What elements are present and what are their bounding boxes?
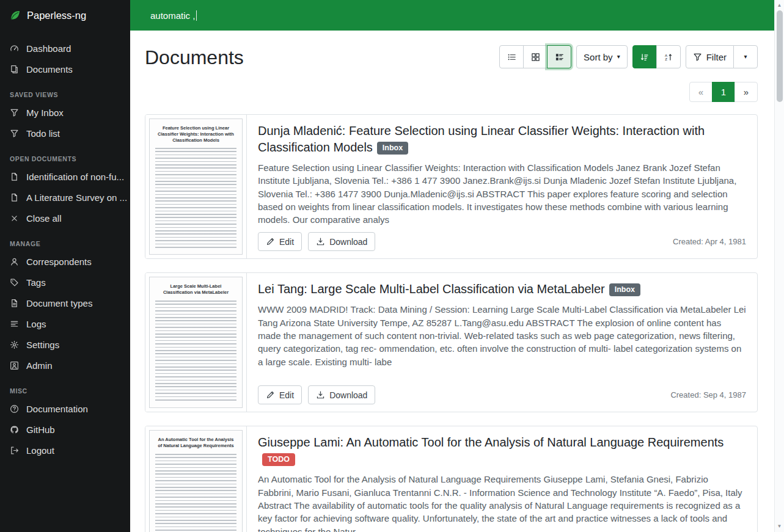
thumbnail-text-lines	[155, 301, 236, 402]
sidebar-item-admin[interactable]: Admin	[0, 355, 130, 376]
view-toggle-group	[499, 45, 571, 68]
sidebar-section-title-saved-views: SAVED VIEWS	[0, 79, 130, 102]
download-button[interactable]: Download	[308, 232, 375, 251]
chevron-down-icon: ▾	[617, 54, 620, 60]
document-card-body: Dunja Mladenić: Feature Selection using …	[247, 115, 757, 258]
tag-badge[interactable]: Inbox	[609, 283, 640, 296]
sidebar-item-logs[interactable]: Logs	[0, 313, 130, 334]
document-card: Large Scale Multi-Label Classification v…	[145, 272, 758, 412]
speedometer-icon	[10, 44, 20, 53]
sidebar-nav: DashboardDocumentsSAVED VIEWSMy InboxTod…	[0, 31, 130, 468]
admin-icon	[10, 361, 20, 370]
sidebar-item-github[interactable]: GitHub	[0, 419, 130, 440]
main-column: automatic , Documents	[130, 0, 784, 532]
sidebar-item-label: GitHub	[26, 425, 55, 435]
thumbnail-text-lines	[155, 454, 236, 532]
sidebar-item-a-literature-survey-on[interactable]: A Literature Survey on ...	[0, 187, 130, 208]
close-icon	[10, 214, 20, 223]
sidebar-item-label: Settings	[26, 340, 59, 350]
scroll-down-icon[interactable]: ▼	[777, 523, 782, 532]
documents-toolbar: Sort by ▾ AZ Filter	[499, 45, 758, 68]
scroll-up-icon[interactable]: ▲	[777, 0, 782, 9]
thumbnail-title: An Automatic Tool for the Analysis of Na…	[155, 437, 236, 449]
documents-icon	[10, 65, 20, 74]
document-title: Lei Tang: Large Scale Multi-Label Classi…	[258, 281, 746, 297]
sort-descending-button[interactable]	[632, 45, 657, 68]
created-date: Created: Sep 4, 1987	[670, 390, 746, 399]
pagination-prev[interactable]: «	[689, 82, 713, 102]
pencil-icon	[266, 237, 275, 246]
thumbnail-title: Large Scale Multi-Label Classification v…	[155, 283, 236, 296]
sidebar-section-title-manage: MANAGE	[0, 228, 130, 251]
filter-button[interactable]: Filter	[686, 45, 734, 68]
details-view-icon	[555, 53, 564, 62]
pagination-next[interactable]: »	[735, 82, 758, 102]
view-list-button[interactable]	[499, 45, 524, 68]
sidebar-item-identification-of-non-fu[interactable]: Identification of non-fu...	[0, 166, 130, 187]
tag-badge[interactable]: TODO	[262, 453, 295, 466]
thumbnail-preview: Feature Selection using Linear Classifie…	[149, 118, 243, 255]
doctype-icon	[10, 299, 20, 308]
document-card-footer: Edit Download Created: Sep 4, 1987	[258, 379, 746, 404]
sidebar-item-tags[interactable]: Tags	[0, 272, 130, 293]
page-header: Documents Sort by	[145, 43, 758, 72]
edit-label: Edit	[279, 390, 294, 400]
document-title-link[interactable]: Giuseppe Lami: An Automatic Tool for the…	[258, 435, 724, 449]
sidebar-item-label: My Inbox	[26, 107, 64, 118]
sidebar-item-close-all[interactable]: Close all	[0, 208, 130, 228]
document-thumbnail[interactable]: An Automatic Tool for the Analysis of Na…	[145, 426, 247, 532]
sidebar-section-title-misc: MISC	[0, 376, 130, 398]
funnel-icon	[693, 53, 702, 62]
sidebar-item-todo-list[interactable]: Todo list	[0, 123, 130, 144]
sidebar: Paperless-ng DashboardDocumentsSAVED VIE…	[0, 0, 130, 532]
sidebar-item-label: Documentation	[26, 404, 88, 414]
sidebar-item-dashboard[interactable]: Dashboard	[0, 38, 130, 59]
edit-button[interactable]: Edit	[258, 385, 302, 404]
search-input[interactable]: automatic ,	[150, 10, 772, 21]
sidebar-item-documents[interactable]: Documents	[0, 59, 130, 79]
sidebar-item-my-inbox[interactable]: My Inbox	[0, 102, 130, 123]
top-navbar: automatic ,	[130, 0, 784, 31]
scrollbar[interactable]: ▲ ▼	[774, 0, 784, 532]
document-thumbnail[interactable]: Feature Selection using Linear Classifie…	[145, 115, 247, 258]
sort-alpha-button[interactable]: AZ	[656, 45, 681, 68]
filter-group: Filter ▾	[686, 45, 758, 68]
sidebar-section-title-open-documents: OPEN DOCUMENTS	[0, 144, 130, 166]
filter-label: Filter	[706, 52, 727, 62]
sidebar-item-label: Tags	[26, 277, 46, 288]
sidebar-item-label: Correspondents	[26, 257, 92, 267]
document-title-link[interactable]: Dunja Mladenić: Feature Selection using …	[258, 124, 705, 154]
download-button[interactable]: Download	[308, 385, 375, 404]
sidebar-item-correspondents[interactable]: Correspondents	[0, 251, 130, 272]
thumbnail-preview: An Automatic Tool for the Analysis of Na…	[149, 430, 243, 532]
sidebar-item-logout[interactable]: Logout	[0, 440, 130, 461]
sidebar-item-label: Admin	[26, 360, 53, 371]
gear-icon	[10, 340, 20, 349]
scrollbar-thumb[interactable]	[777, 10, 783, 102]
download-label: Download	[329, 237, 367, 247]
sidebar-item-label: Logout	[26, 445, 54, 456]
thumbnail-title: Feature Selection using Linear Classifie…	[155, 125, 236, 143]
funnel-icon	[10, 129, 20, 138]
sidebar-item-document-types[interactable]: Document types	[0, 293, 130, 313]
edit-button[interactable]: Edit	[258, 232, 302, 251]
sort-by-dropdown[interactable]: Sort by ▾	[576, 45, 628, 68]
document-title-link[interactable]: Lei Tang: Large Scale Multi-Label Classi…	[258, 282, 605, 296]
funnel-icon	[10, 108, 20, 117]
file-icon	[10, 172, 20, 181]
document-thumbnail[interactable]: Large Scale Multi-Label Classification v…	[145, 273, 247, 412]
view-details-button[interactable]	[547, 45, 571, 68]
filter-caret-button[interactable]: ▾	[733, 45, 758, 68]
pagination-page-1[interactable]: 1	[712, 82, 735, 102]
sidebar-item-settings[interactable]: Settings	[0, 334, 130, 355]
sidebar-item-documentation[interactable]: Documentation	[0, 398, 130, 419]
file-icon	[10, 193, 20, 202]
tag-badge[interactable]: Inbox	[377, 142, 408, 155]
tag-icon	[10, 278, 20, 287]
brand[interactable]: Paperless-ng	[0, 0, 130, 31]
page-title: Documents	[145, 43, 244, 72]
view-grid-button[interactable]	[523, 45, 548, 68]
document-excerpt: Feature Selection using Linear Classifie…	[258, 161, 746, 226]
document-card-body: Lei Tang: Large Scale Multi-Label Classi…	[247, 273, 757, 412]
question-icon	[10, 404, 20, 414]
